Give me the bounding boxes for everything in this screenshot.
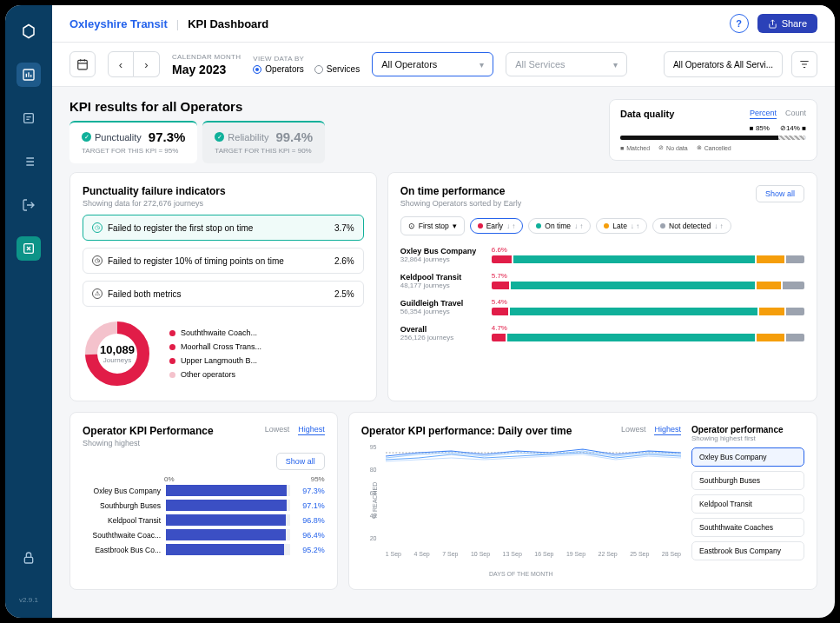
operator-item[interactable]: Keldpool Transit — [691, 494, 804, 514]
hbar-row: Eastbrook Bus Co...95.2% — [83, 544, 325, 555]
operator-item[interactable]: Oxley Bus Company — [691, 447, 804, 467]
legend-item: Souththwaite Coach... — [169, 328, 261, 337]
nav-reports-icon[interactable] — [17, 106, 41, 130]
legend-item: Moorhall Cross Trans... — [169, 342, 261, 351]
svg-rect-1 — [24, 114, 34, 123]
tab-highest[interactable]: Highest — [298, 425, 325, 435]
sort-pill-early[interactable]: Early↓ ↑ — [470, 218, 524, 234]
hbar-row: Souththwaite Coac...96.4% — [83, 529, 325, 540]
line-chart: % REACHED 9580604020 — [361, 444, 681, 557]
dq-tab-count[interactable]: Count — [785, 109, 806, 119]
breadcrumb-sep: | — [176, 17, 179, 30]
warning-icon: ⚠ — [92, 288, 103, 299]
indicator-row[interactable]: ◷Failed to register the first stop on ti… — [83, 215, 364, 241]
indicators-card: Punctuality failure indicators Showing d… — [69, 172, 377, 401]
tab-lowest[interactable]: Lowest — [621, 425, 646, 435]
radio-services[interactable]: Services — [314, 64, 360, 74]
tab-reliability[interactable]: ✓Reliability 99.4% TARGET FOR THIS KPI =… — [202, 121, 325, 163]
filter-bar: ‹ › CALENDAR MONTH May 2023 VIEW DATA BY… — [52, 43, 835, 87]
otp-card: On time performance Showing Operators so… — [387, 172, 817, 401]
chevron-down-icon: ▾ — [480, 60, 484, 70]
logo-icon[interactable] — [17, 19, 41, 43]
svg-rect-3 — [24, 557, 32, 563]
tab-highest[interactable]: Highest — [654, 425, 681, 435]
nav-list-icon[interactable] — [17, 149, 41, 174]
clock-icon: ◷ — [92, 255, 103, 266]
data-quality-panel: Data quality Percent Count ■ 85% ⊘14% ■ — [609, 99, 817, 161]
operators-select[interactable]: All Operators▾ — [372, 52, 493, 76]
otp-row: Guildleigh Travel56,354 journeys5.4% — [400, 298, 804, 315]
sort-pill-on-time[interactable]: On time↓ ↑ — [528, 218, 591, 234]
page-title: KPI Dashboard — [188, 17, 268, 30]
version-label: v2.9.1 — [19, 596, 38, 604]
breadcrumb: Oxleyshire Transit | KPI Dashboard — [69, 17, 268, 30]
month-value: May 2023 — [172, 63, 241, 76]
dq-tab-percent[interactable]: Percent — [750, 109, 777, 119]
tab-punctuality[interactable]: ✓Punctuality 97.3% TARGET FOR THIS KPI =… — [69, 121, 197, 163]
clock-icon: ◷ — [92, 222, 103, 233]
hbar-row: Southburgh Buses97.1% — [83, 500, 325, 511]
show-all-button[interactable]: Show all — [756, 185, 804, 202]
tab-lowest[interactable]: Lowest — [265, 425, 290, 435]
services-select[interactable]: All Services▾ — [506, 52, 627, 76]
sort-pill-late[interactable]: Late↓ ↑ — [596, 218, 647, 234]
calendar-button[interactable] — [69, 51, 96, 77]
kpi-title: KPI results for all Operators — [69, 99, 595, 114]
indicator-row[interactable]: ⚠Failed both metrics 2.5% — [83, 281, 364, 307]
combined-select[interactable]: All Operators & All Servi... — [664, 51, 783, 77]
otp-row: Overall256,126 journeys4.7% — [400, 324, 804, 341]
nav-map-icon[interactable] — [17, 236, 41, 261]
check-icon: ✓ — [82, 132, 91, 142]
next-month-button[interactable]: › — [134, 51, 160, 77]
legend-item: Upper Langmouth B... — [169, 356, 261, 365]
nav-dashboard-icon[interactable] — [17, 63, 41, 87]
nav-logout-icon[interactable] — [17, 193, 41, 217]
operator-item[interactable]: Southburgh Buses — [691, 471, 804, 490]
share-button[interactable]: Share — [757, 14, 817, 33]
daily-card: Operator KPI performance: Daily over tim… — [348, 412, 817, 590]
donut-chart: 10,089 Journeys — [83, 319, 152, 388]
hbar-row: Oxley Bus Company97.3% — [83, 485, 325, 496]
operator-item[interactable]: Eastbrook Bus Company — [691, 541, 804, 560]
topbar: Oxleyshire Transit | KPI Dashboard ? Sha… — [52, 5, 835, 43]
prev-month-button[interactable]: ‹ — [108, 51, 134, 77]
otp-row: Oxley Bus Company32,864 journeys6.6% — [400, 246, 804, 263]
first-stop-select[interactable]: ⊙ First stop ▾ — [400, 216, 465, 235]
share-label: Share — [782, 18, 807, 29]
otp-row: Keldpool Transit48,177 journeys5.7% — [400, 272, 804, 289]
indicator-row[interactable]: ◷Failed to register 10% of timing points… — [83, 248, 364, 274]
sidebar: v2.9.1 — [5, 5, 52, 618]
help-icon[interactable]: ? — [730, 14, 749, 33]
sort-pill-not-detected[interactable]: Not detected↓ ↑ — [652, 218, 731, 234]
operator-item[interactable]: Souththwaite Coaches — [691, 518, 804, 537]
chevron-down-icon: ▾ — [453, 222, 457, 230]
nav-lock-icon[interactable] — [17, 546, 41, 570]
check-icon: ✓ — [215, 132, 224, 142]
filter-icon[interactable] — [791, 51, 817, 77]
legend-item: Other operators — [169, 370, 261, 379]
view-label: VIEW DATA BY — [253, 55, 360, 63]
hbar-row: Keldpool Transit96.8% — [83, 514, 325, 526]
svg-rect-4 — [78, 60, 88, 70]
org-name[interactable]: Oxleyshire Transit — [69, 17, 168, 30]
radio-operators[interactable]: Operators — [253, 64, 303, 74]
chevron-down-icon: ▾ — [613, 60, 618, 70]
month-label: CALENDAR MONTH — [172, 53, 241, 61]
kpi-perf-card: Operator KPI Performance Showing highest… — [69, 412, 338, 590]
show-all-button[interactable]: Show all — [276, 453, 325, 470]
